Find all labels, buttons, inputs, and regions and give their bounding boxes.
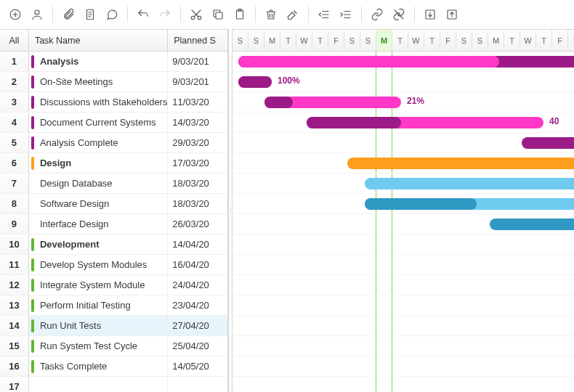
- task-cell[interactable]: On-Site Meetings: [29, 72, 168, 91]
- table-row[interactable]: 8Software Design18/03/20: [0, 194, 227, 214]
- planned-start-cell[interactable]: 26/03/20: [168, 214, 227, 234]
- gantt-bar[interactable]: [522, 137, 574, 149]
- export-icon[interactable]: [442, 5, 461, 24]
- paste-icon[interactable]: [230, 5, 249, 24]
- cut-icon[interactable]: [187, 5, 206, 24]
- add-circle-icon[interactable]: [6, 5, 25, 24]
- planned-start-cell[interactable]: 9/03/201: [168, 72, 227, 91]
- clear-icon[interactable]: [283, 5, 302, 24]
- time-cell[interactable]: W: [296, 30, 312, 51]
- time-cell[interactable]: T: [504, 30, 520, 51]
- task-cell[interactable]: Discussions with Stakeholders: [29, 92, 168, 112]
- task-cell[interactable]: Design: [29, 153, 168, 173]
- task-cell[interactable]: Tasks Complete: [29, 356, 168, 376]
- delete-icon[interactable]: [262, 5, 280, 24]
- time-cell[interactable]: F: [328, 30, 344, 51]
- outdent-icon[interactable]: [315, 5, 334, 24]
- time-cell[interactable]: W: [520, 30, 536, 51]
- gantt-bar[interactable]: [490, 219, 574, 230]
- note-icon[interactable]: [81, 5, 100, 24]
- time-cell[interactable]: T: [392, 30, 408, 51]
- col-header-task[interactable]: Task Name: [29, 30, 168, 51]
- time-cell[interactable]: T: [536, 30, 552, 51]
- time-cell[interactable]: S: [472, 30, 488, 51]
- time-cell[interactable]: S: [568, 30, 574, 51]
- gantt-bar[interactable]: 21%: [264, 97, 401, 108]
- time-cell[interactable]: S: [360, 30, 376, 51]
- task-cell[interactable]: Run System Test Cycle: [29, 336, 168, 356]
- time-cell[interactable]: S: [233, 30, 248, 51]
- gantt-bar[interactable]: 40: [307, 117, 543, 128]
- time-cell[interactable]: W: [408, 30, 424, 51]
- task-cell[interactable]: Analysis Complete: [29, 133, 168, 152]
- planned-start-cell[interactable]: 11/03/20: [168, 92, 227, 112]
- table-row[interactable]: 3Discussions with Stakeholders11/03/20: [0, 92, 227, 113]
- time-cell[interactable]: M: [264, 30, 280, 51]
- task-cell[interactable]: Run Unit Tests: [29, 316, 168, 335]
- task-cell[interactable]: Develop System Modules: [29, 255, 168, 274]
- task-cell[interactable]: Analysis: [29, 52, 168, 71]
- import-icon[interactable]: [421, 5, 440, 24]
- time-cell[interactable]: F: [552, 30, 568, 51]
- table-row[interactable]: 4Document Current Systems14/03/20: [0, 113, 227, 133]
- time-cell[interactable]: S: [344, 30, 360, 51]
- table-row[interactable]: 7Design Database18/03/20: [0, 173, 227, 194]
- task-cell[interactable]: Software Design: [29, 194, 168, 213]
- task-cell[interactable]: Perform Initial Testing: [29, 295, 168, 315]
- planned-start-cell[interactable]: 25/04/20: [168, 336, 227, 356]
- time-cell-today[interactable]: M: [376, 30, 392, 51]
- task-cell[interactable]: Document Current Systems: [29, 113, 168, 132]
- time-cell[interactable]: T: [312, 30, 328, 51]
- comment-icon[interactable]: [102, 5, 121, 24]
- table-row[interactable]: 13Perform Initial Testing23/04/20: [0, 295, 227, 316]
- planned-start-cell[interactable]: 24/04/20: [168, 275, 227, 295]
- task-cell[interactable]: Development: [29, 234, 168, 254]
- planned-start-cell[interactable]: 18/03/20: [168, 173, 227, 193]
- user-icon[interactable]: [28, 5, 47, 24]
- table-row[interactable]: 10Development14/04/20: [0, 234, 227, 255]
- gantt-bar[interactable]: [238, 56, 574, 68]
- time-cell[interactable]: S: [248, 30, 264, 51]
- planned-start-cell[interactable]: [168, 377, 227, 392]
- col-header-all[interactable]: All: [0, 30, 29, 51]
- gantt-bar[interactable]: [365, 198, 574, 210]
- table-row[interactable]: 17: [0, 377, 227, 392]
- redo-icon[interactable]: [155, 5, 174, 24]
- planned-start-cell[interactable]: 27/04/20: [168, 316, 227, 335]
- gantt-bar[interactable]: [365, 178, 574, 189]
- table-row[interactable]: 14Run Unit Tests27/04/20: [0, 316, 227, 336]
- table-row[interactable]: 15Run System Test Cycle25/04/20: [0, 336, 227, 356]
- task-cell[interactable]: [29, 377, 168, 392]
- table-row[interactable]: 9Interface Design26/03/20: [0, 214, 227, 234]
- time-cell[interactable]: M: [488, 30, 504, 51]
- indent-icon[interactable]: [336, 5, 355, 24]
- table-row[interactable]: 11Develop System Modules16/04/20: [0, 255, 227, 275]
- time-cell[interactable]: T: [424, 30, 440, 51]
- time-cell[interactable]: T: [280, 30, 296, 51]
- copy-icon[interactable]: [209, 5, 227, 24]
- col-header-planned[interactable]: Planned S: [168, 30, 227, 51]
- planned-start-cell[interactable]: 17/03/20: [168, 153, 227, 173]
- time-cell[interactable]: S: [456, 30, 472, 51]
- gantt-bar[interactable]: 100%: [238, 76, 272, 88]
- task-cell[interactable]: Design Database: [29, 173, 168, 193]
- task-cell[interactable]: Interface Design: [29, 214, 168, 234]
- table-row[interactable]: 5Analysis Complete29/03/20: [0, 133, 227, 153]
- task-cell[interactable]: Integrate System Module: [29, 275, 168, 295]
- table-row[interactable]: 6Design17/03/20: [0, 153, 227, 173]
- table-row[interactable]: 16Tasks Complete14/05/20: [0, 356, 227, 377]
- table-row[interactable]: 1Analysis9/03/201: [0, 52, 227, 72]
- gantt-bar[interactable]: [347, 158, 574, 169]
- unlink-icon[interactable]: [389, 5, 408, 24]
- planned-start-cell[interactable]: 9/03/201: [168, 52, 227, 71]
- link-icon[interactable]: [368, 5, 387, 24]
- table-row[interactable]: 2On-Site Meetings9/03/201: [0, 72, 227, 92]
- paperclip-icon[interactable]: [59, 5, 78, 24]
- time-cell[interactable]: F: [440, 30, 456, 51]
- planned-start-cell[interactable]: 14/05/20: [168, 356, 227, 376]
- planned-start-cell[interactable]: 16/04/20: [168, 255, 227, 274]
- undo-icon[interactable]: [134, 5, 153, 24]
- planned-start-cell[interactable]: 14/03/20: [168, 113, 227, 132]
- planned-start-cell[interactable]: 23/04/20: [168, 295, 227, 315]
- planned-start-cell[interactable]: 14/04/20: [168, 234, 227, 254]
